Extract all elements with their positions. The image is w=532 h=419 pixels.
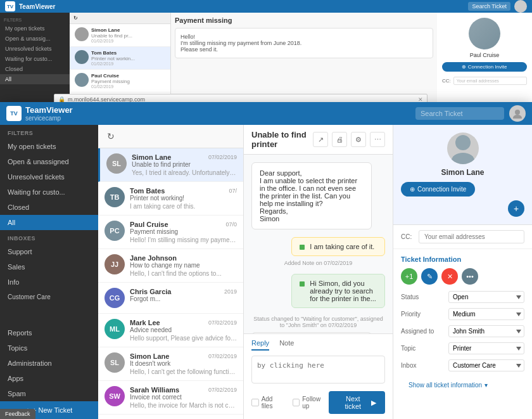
ticket-avatar-3: JJ bbox=[104, 254, 125, 274]
delete-button[interactable]: ✕ bbox=[441, 268, 458, 285]
ticket-avatar-5: ML bbox=[104, 319, 125, 339]
note-timestamp-1: Added Note on 07/02/2019 bbox=[251, 260, 385, 266]
svg-point-3 bbox=[452, 153, 474, 164]
follow-up-checkbox[interactable] bbox=[293, 399, 300, 406]
priority-select[interactable]: Low Medium High bbox=[448, 308, 524, 320]
settings-button[interactable]: ⚙ bbox=[351, 132, 366, 147]
ticket-subject-3: How to change my name bbox=[130, 262, 237, 269]
sidebar-item-all[interactable]: All bbox=[0, 215, 98, 230]
follow-up-option[interactable]: Follow up bbox=[293, 396, 329, 409]
more-actions-button[interactable]: ••• bbox=[462, 268, 478, 285]
note-tab[interactable]: Note bbox=[279, 339, 294, 351]
ticket-item-4[interactable]: CG Chris Garcia 2019 Forgot m... bbox=[98, 283, 243, 314]
status-row: Status Open Closed Pending bbox=[401, 291, 524, 303]
print-button[interactable]: 🖨 bbox=[332, 132, 347, 147]
sidebar-reports[interactable]: Reports bbox=[0, 325, 98, 340]
bg-sidebar-all: All bbox=[0, 74, 70, 84]
app-subtitle: servicecamp bbox=[25, 115, 73, 122]
bg-search: Search Ticket bbox=[468, 2, 510, 11]
reply-input[interactable] bbox=[251, 356, 385, 384]
sidebar-item-closed[interactable]: Closed bbox=[0, 200, 98, 215]
sidebar-item-unresolved[interactable]: Unresolved tickets bbox=[0, 169, 98, 184]
reply-area: Reply Note Add files bbox=[244, 333, 393, 419]
show-all-link[interactable]: Show all ticket information ▾ bbox=[401, 377, 524, 394]
ticket-info-4: Chris Garcia 2019 Forgot m... bbox=[130, 288, 237, 302]
add-files-checkbox[interactable] bbox=[251, 399, 259, 406]
ticket-item-6[interactable]: SL Simon Lane 07/02/2019 It doesn't work… bbox=[98, 347, 243, 381]
ticket-preview-5: Hello support, Please give advice for th… bbox=[130, 335, 237, 342]
assigned-select[interactable]: John Smith Jane Doe bbox=[448, 325, 524, 337]
bg-ticket-info-3: Paul Cruise Payment missing 01/02/2019 bbox=[91, 73, 130, 89]
sidebar-administration[interactable]: Administration bbox=[0, 356, 98, 371]
bg-connect-btn: ⊕ Connection Invite bbox=[442, 62, 527, 72]
next-ticket-button[interactable]: Next ticket ▶ bbox=[329, 391, 386, 414]
sidebar-item-info[interactable]: Info bbox=[0, 274, 98, 290]
filters-label: FILTERS bbox=[0, 125, 98, 139]
note-indicator bbox=[300, 245, 305, 250]
main-window: TV TeamViewer servicecamp FILTERS My ope… bbox=[0, 102, 532, 419]
inbox-select[interactable]: Support Sales Customer Care bbox=[448, 359, 524, 371]
ticket-item-5[interactable]: ML Mark Lee 07/02/2019 Advice needed Hel… bbox=[98, 314, 243, 347]
ticket-item-2[interactable]: PC Paul Cruise 07/0 Payment missing Hell… bbox=[98, 216, 243, 249]
add-files-option[interactable]: Add files bbox=[251, 396, 285, 409]
ticket-item-1[interactable]: TB Tom Bates 07/ Printer not working! I … bbox=[98, 182, 243, 216]
cc-input[interactable] bbox=[419, 230, 524, 243]
topic-select[interactable]: Printer Invoice Other bbox=[448, 342, 524, 354]
bg-ticket-item-3: Paul Cruise Payment missing 01/02/2019 bbox=[70, 70, 170, 93]
plus-one-button[interactable]: +1 bbox=[401, 268, 417, 285]
tv-icon: TV bbox=[6, 106, 22, 121]
ticket-name-0: Simon Lane bbox=[132, 153, 171, 161]
reply-tab[interactable]: Reply bbox=[251, 339, 269, 351]
sidebar-bottom: Reports Topics Administration Apps Spam bbox=[0, 325, 98, 401]
ticket-item-8[interactable]: MJ Michael Johnson 07/02/2019 How do I u… bbox=[98, 415, 243, 419]
sidebar-item-support[interactable]: Support bbox=[0, 244, 98, 259]
reply-tab-label: Reply bbox=[251, 339, 269, 347]
bg-sidebar-my-open: My open tickets bbox=[0, 23, 70, 34]
bg-content-title: Payment missing bbox=[175, 16, 433, 24]
ticket-items-container: SL Simon Lane 07/02/2019 Unable to find … bbox=[98, 148, 243, 419]
follow-up-label: Follow up bbox=[302, 396, 328, 409]
bg-ticket-info-1: Simon Lane Unable to find pr... 01/02/20… bbox=[91, 27, 132, 43]
ticket-avatar-0: SL bbox=[106, 153, 127, 174]
conversation-area: Dear support,I am unable to select the p… bbox=[244, 155, 393, 333]
ticket-item-7[interactable]: SW Sarah Williams 07/02/2019 Invoice not… bbox=[98, 381, 243, 415]
sidebar-topics[interactable]: Topics bbox=[0, 340, 98, 356]
main-body: FILTERS My open tickets Open & unassigne… bbox=[0, 125, 532, 419]
customer-care-label: Customer Care bbox=[8, 293, 51, 300]
ticket-name-4: Chris Garcia bbox=[130, 288, 171, 295]
user-avatar-top[interactable] bbox=[509, 105, 526, 122]
sidebar-item-my-open[interactable]: My open tickets bbox=[0, 139, 98, 154]
connect-icon: ⊕ bbox=[410, 186, 415, 193]
bg-avatar bbox=[514, 0, 527, 13]
share-button[interactable]: ↗ bbox=[313, 132, 328, 147]
sidebar-spam[interactable]: Spam bbox=[0, 386, 98, 401]
bg-tv-logo: TV bbox=[5, 1, 15, 11]
ticket-avatar-4: CG bbox=[104, 288, 125, 308]
ticket-preview-3: Hello, I can't find the options to... bbox=[130, 270, 237, 277]
search-input[interactable] bbox=[415, 107, 504, 120]
feedback-button[interactable]: Feedback bbox=[0, 409, 35, 419]
agent-message-text-2: Hi Simon, did you already try to search … bbox=[310, 280, 377, 302]
topic-row: Topic Printer Invoice Other bbox=[401, 342, 524, 354]
edit-button[interactable]: ✎ bbox=[421, 268, 438, 285]
ticket-info-2: Paul Cruise 07/0 Payment missing Hello! … bbox=[130, 221, 237, 243]
connection-invite-button[interactable]: ⊕ Connection Invite bbox=[401, 182, 475, 197]
add-contact-button[interactable]: + bbox=[508, 200, 524, 217]
ticket-item-3[interactable]: JJ Jane Johnson How to change my name He… bbox=[98, 249, 243, 283]
sidebar-item-customer-care[interactable]: Customer Care bbox=[0, 290, 98, 304]
status-select[interactable]: Open Closed Pending bbox=[448, 291, 524, 303]
ticket-name-5: Mark Lee bbox=[130, 319, 160, 326]
ticket-info-0: Simon Lane 07/02/2019 Unable to find pri… bbox=[132, 153, 237, 176]
sidebar-item-waiting[interactable]: Waiting for custo... bbox=[0, 184, 98, 200]
refresh-button[interactable]: ↻ bbox=[104, 130, 117, 143]
ticket-info-1: Tom Bates 07/ Printer not working! I am … bbox=[130, 187, 237, 210]
sidebar-apps[interactable]: Apps bbox=[0, 371, 98, 386]
connect-label: Connection Invite bbox=[417, 186, 466, 193]
more-button[interactable]: ⋯ bbox=[370, 132, 385, 147]
reply-footer: Add files Follow up Next ticket ▶ bbox=[251, 391, 385, 414]
sidebar-item-open-unassigned[interactable]: Open & unassigned bbox=[0, 154, 98, 169]
sidebar-item-sales[interactable]: Sales bbox=[0, 259, 98, 274]
ticket-item-0[interactable]: SL Simon Lane 07/02/2019 Unable to find … bbox=[98, 148, 243, 182]
ticket-avatar-6: SL bbox=[104, 352, 125, 373]
next-icon: ▶ bbox=[371, 399, 376, 407]
